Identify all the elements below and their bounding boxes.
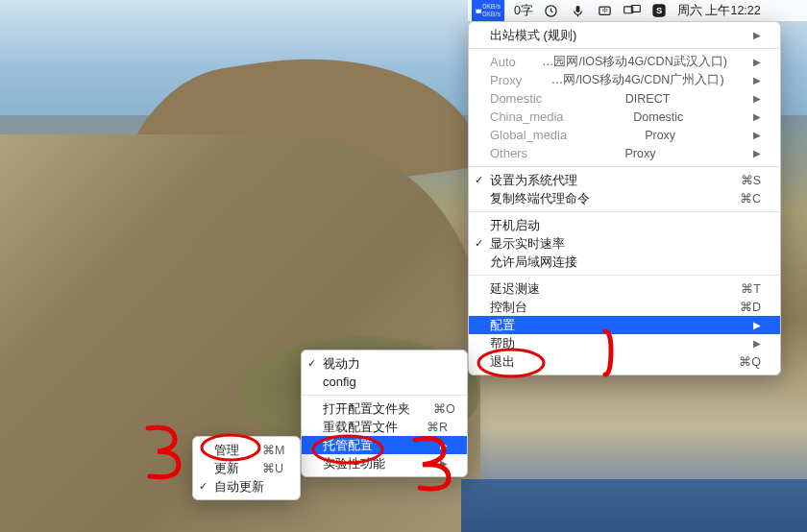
- menu-label: 托管配置: [323, 437, 373, 454]
- shortcut: ⌘S: [718, 173, 761, 187]
- submenu-arrow-icon: ▶: [730, 30, 761, 40]
- menu-group-others[interactable]: Others Proxy ▶: [469, 144, 780, 162]
- menu-label: Others: [490, 146, 527, 160]
- clock-icon[interactable]: [543, 2, 560, 19]
- menu-label: Domestic: [490, 91, 542, 106]
- menu-reload-config[interactable]: 重载配置文件 ⌘R: [302, 418, 467, 436]
- shortcut: ⌘T: [718, 281, 761, 296]
- submenu-arrow-icon: ▶: [730, 93, 761, 104]
- menu-label: 开机启动: [490, 217, 540, 234]
- menu-label: 实验性功能: [323, 455, 385, 472]
- menu-label: China_media: [490, 109, 564, 124]
- menu-separator: [302, 395, 467, 396]
- menu-value: Proxy: [602, 147, 656, 160]
- desktop: 0KB/s 0KB/s 0字 中 S 周六 上午12:22 出站模式 (规则) …: [0, 0, 807, 532]
- cat-icon: [475, 3, 482, 18]
- menu-value: Proxy: [622, 129, 675, 142]
- shortcut: ⌘O: [410, 401, 455, 416]
- menu-group-proxy[interactable]: Proxy …网/IOS移动4G/CDN广州入口) ▶: [469, 71, 780, 89]
- menu-label: 允许局域网连接: [490, 254, 577, 271]
- menu-quit[interactable]: 退出 ⌘Q: [469, 352, 780, 371]
- displays-icon[interactable]: [624, 2, 641, 19]
- menu-label: config: [323, 375, 356, 389]
- shortcut: ⌘C: [717, 191, 761, 206]
- menu-value: …园网/IOS移动4G/CDN武汉入口): [519, 54, 727, 70]
- menu-show-realtime-speed[interactable]: ✓ 显示实时速率: [469, 234, 780, 253]
- menu-label: Global_media: [490, 128, 567, 142]
- menu-label: 重载配置文件: [323, 419, 398, 436]
- menu-auto-update[interactable]: ✓ 自动更新: [193, 477, 300, 496]
- menu-separator: [469, 166, 780, 167]
- main-menu: 出站模式 (规则) ▶ Auto …园网/IOS移动4G/CDN武汉入口) ▶ …: [468, 21, 781, 375]
- check-icon: ✓: [475, 174, 483, 186]
- menu-group-china-media[interactable]: China_media Domestic ▶: [469, 108, 780, 126]
- menu-group-domestic[interactable]: Domestic DIRECT ▶: [469, 89, 780, 108]
- mic-icon[interactable]: [570, 2, 587, 19]
- config-submenu: ✓ 视动力 config 打开配置文件夹 ⌘O 重载配置文件 ⌘R 托管配置 ▶…: [301, 350, 468, 477]
- menu-separator: [469, 275, 780, 276]
- submenu-arrow-icon: ▶: [730, 320, 761, 330]
- shortcut: ⌘Q: [716, 354, 761, 369]
- menu-label: Auto: [490, 55, 516, 69]
- menu-label: 视动力: [323, 355, 360, 373]
- submenu-arrow-icon: ▶: [730, 57, 761, 67]
- menu-label: 配置: [490, 317, 515, 334]
- shortcut: ⌘R: [404, 420, 448, 434]
- sogou-icon[interactable]: S: [650, 2, 668, 19]
- menu-label: 出站模式 (规则): [490, 27, 576, 44]
- menu-label: 设置为系统代理: [490, 172, 577, 189]
- submenu-arrow-icon: ▶: [417, 440, 448, 450]
- menu-copy-terminal-cmd[interactable]: 复制终端代理命令 ⌘C: [469, 189, 780, 207]
- menubar: 0KB/s 0KB/s 0字 中 S 周六 上午12:22: [468, 0, 807, 21]
- menu-dashboard[interactable]: 控制台 ⌘D: [469, 298, 780, 316]
- menu-label: 打开配置文件夹: [323, 400, 410, 418]
- submenu-arrow-icon: ▶: [730, 111, 761, 122]
- menu-latency-test[interactable]: 延迟测速 ⌘T: [469, 279, 780, 298]
- menu-label: Proxy: [490, 73, 522, 87]
- submenu-arrow-icon: ▶: [730, 148, 761, 158]
- submenu-arrow-icon: ▶: [730, 130, 761, 140]
- wallpaper-sea: [461, 479, 807, 532]
- menu-allow-lan[interactable]: 允许局域网连接: [469, 253, 780, 271]
- menu-update[interactable]: 更新 ⌘U: [193, 459, 300, 477]
- menu-label: 复制终端代理命令: [490, 190, 590, 207]
- clashx-menubar-item[interactable]: 0KB/s 0KB/s: [472, 0, 504, 21]
- menu-value: Domestic: [610, 110, 683, 124]
- menu-label: 帮助: [490, 335, 515, 352]
- menu-label: 管理: [214, 442, 239, 459]
- menu-separator: [469, 211, 780, 212]
- menu-launch-at-login[interactable]: 开机启动: [469, 216, 780, 234]
- menu-help[interactable]: 帮助 ▶: [469, 334, 780, 352]
- menu-label: 自动更新: [214, 478, 264, 496]
- menu-managed-config[interactable]: 托管配置 ▶: [302, 436, 467, 454]
- managed-config-submenu: 管理 ⌘M 更新 ⌘U ✓ 自动更新: [192, 436, 301, 500]
- menu-experimental[interactable]: 实验性功能 ▶: [302, 454, 467, 472]
- submenu-arrow-icon: ▶: [730, 338, 761, 349]
- input-source-icon[interactable]: 中: [597, 2, 614, 19]
- shortcut: ⌘D: [717, 300, 761, 314]
- menu-group-global-media[interactable]: Global_media Proxy ▶: [469, 126, 780, 144]
- config-item-config[interactable]: config: [302, 373, 467, 391]
- menu-open-config-folder[interactable]: 打开配置文件夹 ⌘O: [302, 399, 467, 418]
- menu-value: …网/IOS移动4G/CDN广州入口): [528, 72, 724, 88]
- menu-manage[interactable]: 管理 ⌘M: [193, 441, 300, 459]
- check-icon: ✓: [475, 237, 483, 250]
- menu-config[interactable]: 配置 ▶: [469, 316, 780, 334]
- check-icon: ✓: [199, 480, 208, 493]
- menu-label: 退出: [490, 353, 515, 371]
- config-item-vidong[interactable]: ✓ 视动力: [302, 354, 467, 373]
- menu-outbound-mode[interactable]: 出站模式 (规则) ▶: [469, 26, 780, 44]
- menu-label: 显示实时速率: [490, 235, 565, 253]
- svg-rect-1: [576, 5, 580, 12]
- menu-group-auto[interactable]: Auto …园网/IOS移动4G/CDN武汉入口) ▶: [469, 53, 780, 71]
- menu-set-system-proxy[interactable]: ✓ 设置为系统代理 ⌘S: [469, 171, 780, 189]
- menu-label: 控制台: [490, 299, 527, 316]
- ime-counter[interactable]: 0字: [514, 3, 533, 19]
- net-rates: 0KB/s 0KB/s: [482, 3, 504, 18]
- shortcut: ⌘M: [239, 443, 284, 457]
- net-rate-up: 0KB/s: [482, 3, 501, 11]
- menu-label: 更新: [214, 460, 239, 477]
- shortcut: ⌘U: [239, 461, 283, 475]
- menubar-clock[interactable]: 周六 上午12:22: [677, 3, 761, 19]
- net-rate-down: 0KB/s: [482, 11, 501, 18]
